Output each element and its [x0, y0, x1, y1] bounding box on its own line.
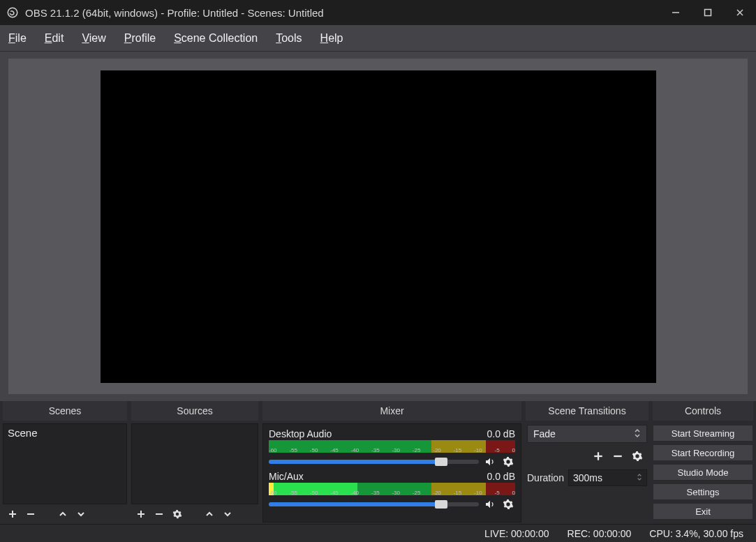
- preview-canvas[interactable]: [101, 70, 656, 383]
- panel-header-controls: Controls: [653, 401, 753, 421]
- menu-scene-collection[interactable]: Scene Collection: [172, 29, 259, 47]
- move-scene-down-button[interactable]: [74, 507, 88, 521]
- close-button[interactable]: [724, 0, 756, 25]
- volume-meter: -60-55-50-45-40-35-30-25-20-15-10-50: [269, 440, 515, 453]
- panel-sources: Sources: [131, 401, 258, 522]
- panel-scenes: Scenes Scene: [3, 401, 127, 522]
- menu-profile[interactable]: Profile: [123, 29, 157, 47]
- mixer-channel-name: Mic/Aux: [269, 471, 304, 482]
- remove-transition-button[interactable]: [611, 449, 625, 463]
- duration-spinbox[interactable]: 300ms: [568, 469, 647, 486]
- menu-edit[interactable]: Edit: [43, 29, 66, 47]
- volume-slider[interactable]: [269, 502, 479, 506]
- mixer-body: Desktop Audio 0.0 dB -60-55-50-45-40-35-…: [262, 423, 521, 522]
- channel-settings-button[interactable]: [501, 497, 515, 511]
- move-source-down-button[interactable]: [221, 507, 235, 521]
- menu-help[interactable]: Help: [319, 29, 345, 47]
- duration-label: Duration: [527, 472, 564, 483]
- svg-point-0: [8, 8, 17, 17]
- studio-mode-button[interactable]: Studio Mode: [653, 464, 753, 481]
- panel-header-transitions: Scene Transitions: [526, 401, 648, 421]
- mixer-channel-name: Desktop Audio: [269, 428, 332, 439]
- panel-scene-transitions: Scene Transitions Fade Durat: [526, 401, 648, 522]
- panel-header-scenes: Scenes: [3, 401, 127, 421]
- add-scene-button[interactable]: [6, 507, 20, 521]
- scenes-toolbar: [3, 506, 127, 522]
- volume-meter: -60-55-50-45-40-35-30-25-20-15-10-50: [269, 483, 515, 495]
- scene-item[interactable]: Scene: [6, 426, 124, 440]
- chevron-updown-icon: [637, 472, 642, 483]
- add-source-button[interactable]: [134, 507, 148, 521]
- mute-button[interactable]: [483, 497, 497, 511]
- menubar: File Edit View Profile Scene Collection …: [0, 25, 756, 52]
- chevron-updown-icon: [634, 428, 641, 440]
- window-title: OBS 21.1.2 (64bit, windows) - Profile: U…: [25, 7, 324, 19]
- svg-rect-2: [705, 10, 711, 16]
- preview-background: [8, 59, 748, 394]
- move-scene-up-button[interactable]: [56, 507, 70, 521]
- menu-file[interactable]: File: [7, 29, 28, 47]
- status-cpu: CPU: 3.4%, 30.00 fps: [649, 528, 743, 539]
- sources-list[interactable]: [131, 423, 258, 504]
- status-live: LIVE: 00:00:00: [484, 528, 549, 539]
- preview-area: [0, 52, 756, 401]
- duration-value: 300ms: [573, 472, 602, 483]
- minimize-button[interactable]: [660, 0, 692, 25]
- mute-button[interactable]: [483, 455, 497, 469]
- start-recording-button[interactable]: Start Recording: [653, 444, 753, 461]
- panel-controls: Controls Start Streaming Start Recording…: [653, 401, 753, 522]
- menu-tools[interactable]: Tools: [274, 29, 303, 47]
- mixer-channel-level: 0.0 dB: [487, 471, 515, 482]
- transition-select[interactable]: Fade: [527, 425, 647, 443]
- maximize-button[interactable]: [692, 0, 724, 25]
- panel-header-sources: Sources: [131, 401, 258, 421]
- add-transition-button[interactable]: [591, 449, 605, 463]
- scenes-list[interactable]: Scene: [3, 423, 127, 504]
- menu-view[interactable]: View: [80, 29, 107, 47]
- start-streaming-button[interactable]: Start Streaming: [653, 425, 753, 442]
- sources-toolbar: [131, 506, 258, 522]
- settings-button[interactable]: Settings: [653, 483, 753, 500]
- obs-logo-icon: [6, 6, 20, 20]
- status-rec: REC: 00:00:00: [568, 528, 632, 539]
- mixer-channel-mic-aux: Mic/Aux 0.0 dB -60-55-50-45-40-35-30-25-…: [269, 471, 515, 511]
- panel-mixer: Mixer Desktop Audio 0.0 dB -60-55-50-45-…: [262, 401, 521, 522]
- remove-scene-button[interactable]: [24, 507, 38, 521]
- transition-selected-value: Fade: [533, 428, 556, 439]
- panel-header-mixer: Mixer: [262, 401, 521, 421]
- move-source-up-button[interactable]: [202, 507, 216, 521]
- channel-settings-button[interactable]: [501, 455, 515, 469]
- remove-source-button[interactable]: [152, 507, 166, 521]
- source-properties-button[interactable]: [170, 507, 184, 521]
- bottom-panels: Scenes Scene Sources: [0, 401, 756, 524]
- volume-slider[interactable]: [269, 460, 479, 464]
- mixer-channel-desktop-audio: Desktop Audio 0.0 dB -60-55-50-45-40-35-…: [269, 428, 515, 468]
- transition-settings-button[interactable]: [630, 449, 644, 463]
- exit-button[interactable]: Exit: [653, 503, 753, 520]
- mixer-channel-level: 0.0 dB: [487, 428, 515, 439]
- titlebar: OBS 21.1.2 (64bit, windows) - Profile: U…: [0, 0, 756, 25]
- statusbar: LIVE: 00:00:00 REC: 00:00:00 CPU: 3.4%, …: [0, 524, 756, 542]
